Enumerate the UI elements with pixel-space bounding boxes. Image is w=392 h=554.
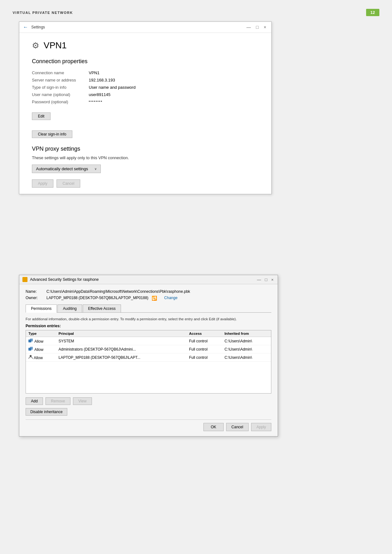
row-type-text: Allow: [33, 347, 43, 352]
svg-rect-1: [30, 339, 33, 341]
proxy-dropdown[interactable]: Automatically detect settings ∨: [32, 165, 101, 173]
connection-name-label: Connection name: [32, 70, 89, 76]
row-inherited-from: C:\Users\Admin\: [222, 353, 271, 362]
connection-name-value: VPN1: [89, 70, 259, 76]
server-value: 192.168.3.193: [89, 77, 259, 83]
tab-permissions[interactable]: Permissions: [26, 304, 57, 313]
security-window-controls: — □ ×: [256, 277, 274, 282]
disable-inheritance-button[interactable]: Disable inheritance: [26, 408, 67, 416]
username-label: User name (optional): [32, 92, 89, 98]
server-label: Server name or address: [32, 77, 89, 83]
settings-title-label: Settings: [31, 25, 45, 29]
security-content: Name: C:\Users\Admin\AppData\Roaming\Mic…: [19, 284, 278, 436]
change-icon: 🔁: [152, 296, 157, 301]
permission-table: Type Principal Access Inherited from All…: [26, 330, 271, 362]
svg-rect-3: [30, 347, 33, 350]
col-access: Access: [186, 330, 222, 337]
owner-label: Owner:: [26, 296, 43, 300]
cancel-button-faded[interactable]: Cancel: [57, 179, 80, 188]
name-label: Name:: [26, 289, 43, 294]
proxy-description: These settings will apply only to this V…: [32, 155, 259, 160]
gear-icon: ⚙: [32, 41, 39, 51]
owner-value: LAPTOP_MP0188 (DESKTOP-567QB6J\LAPTOP_MP…: [46, 296, 148, 300]
col-type: Type: [26, 330, 56, 337]
settings-window: ← Settings — □ × ⚙ VPN1 Connection prope…: [19, 21, 272, 194]
sec-minimize-button[interactable]: —: [256, 277, 262, 282]
row-principal: SYSTEM: [56, 337, 186, 345]
password-label: Password (optional): [32, 99, 89, 105]
col-inherited-from: Inherited from: [222, 330, 271, 337]
svg-point-4: [30, 355, 32, 357]
view-button[interactable]: View: [73, 397, 92, 405]
tab-auditing[interactable]: Auditing: [57, 304, 82, 312]
security-window-title: Advanced Security Settings for rasphone: [30, 277, 99, 282]
perm-spacer: [26, 362, 271, 393]
username-value: user891145: [89, 92, 259, 98]
settings-content: ⚙ VPN1 Connection properties Connection …: [19, 33, 271, 194]
table-row[interactable]: AllowLAPTOP_MP0188 (DESKTOP-567QB6J\LAPT…: [26, 353, 271, 362]
security-window: Advanced Security Settings for rasphone …: [19, 275, 278, 437]
row-type: Allow: [26, 353, 56, 362]
apply-button-faded[interactable]: Apply: [32, 179, 53, 188]
row-type-text: Allow: [33, 339, 43, 344]
add-button[interactable]: Add: [26, 397, 43, 405]
ok-button[interactable]: OK: [203, 423, 223, 431]
security-titlebar: Advanced Security Settings for rasphone …: [19, 275, 278, 284]
minimize-button[interactable]: —: [245, 25, 252, 30]
tabs-row: Permissions Auditing Effective Access: [26, 304, 271, 313]
row-access: Full control: [186, 353, 222, 362]
row-inherited-from: C:\Users\Admin\: [222, 345, 271, 353]
bottom-action-row: Add Remove View: [26, 397, 271, 405]
settings-window-controls: — □ ×: [245, 25, 268, 30]
clear-sign-in-button[interactable]: Clear sign-in info: [32, 130, 72, 138]
bottom-buttons: Apply Cancel: [32, 179, 259, 188]
signin-type-value: User name and password: [89, 84, 259, 90]
connection-properties-table: Connection name VPN1 Server name or addr…: [32, 70, 259, 105]
table-row[interactable]: AllowSYSTEMFull controlC:\Users\Admin\: [26, 337, 271, 345]
vpn-name: VPN1: [44, 40, 67, 51]
name-value: C:\Users\Admin\AppData\Roaming\Microsoft…: [46, 289, 190, 294]
page-header: VIRTUAL PRIVATE NETWORK 12: [0, 0, 392, 21]
sec-apply-button[interactable]: Apply: [251, 423, 271, 431]
tab-effective-access[interactable]: Effective Access: [83, 304, 121, 312]
row-access: Full control: [186, 337, 222, 345]
page-title: VIRTUAL PRIVATE NETWORK: [13, 11, 73, 15]
row-access: Full control: [186, 345, 222, 353]
user-group-icon: [28, 347, 33, 352]
row-type: Allow: [26, 337, 56, 345]
row-type-text: Allow: [33, 356, 43, 360]
user-icon: [28, 356, 33, 360]
security-window-icon: [22, 277, 27, 282]
permission-entries-label: Permission entries:: [26, 324, 271, 328]
page-number: 12: [366, 9, 379, 16]
name-row: Name: C:\Users\Admin\AppData\Roaming\Mic…: [26, 289, 271, 294]
permission-table-container: Type Principal Access Inherited from All…: [26, 330, 271, 394]
row-principal: Administrators (DESKTOP-567QB6J\Admini..…: [56, 345, 186, 353]
close-button[interactable]: ×: [262, 25, 268, 30]
table-row[interactable]: AllowAdministrators (DESKTOP-567QB6J\Adm…: [26, 345, 271, 353]
change-link[interactable]: Change: [164, 296, 178, 300]
remove-button[interactable]: Remove: [45, 397, 70, 405]
vpn-header: ⚙ VPN1: [32, 40, 259, 51]
sec-maximize-button[interactable]: □: [264, 277, 268, 282]
proxy-dropdown-label: Automatically detect settings: [36, 166, 88, 171]
row-type: Allow: [26, 345, 56, 353]
row-principal: LAPTOP_MP0188 (DESKTOP-567QB6J\LAPT...: [56, 353, 186, 362]
settings-titlebar-left: ← Settings: [23, 24, 45, 30]
settings-titlebar: ← Settings — □ ×: [19, 22, 271, 33]
col-principal: Principal: [56, 330, 186, 337]
security-footer: OK Cancel Apply: [26, 419, 271, 431]
chevron-down-icon: ∨: [94, 167, 97, 171]
sec-close-button[interactable]: ×: [270, 277, 274, 282]
row-inherited-from: C:\Users\Admin\: [222, 337, 271, 345]
back-button[interactable]: ←: [23, 24, 28, 30]
maximize-button[interactable]: □: [255, 25, 260, 30]
sec-cancel-button[interactable]: Cancel: [226, 423, 249, 431]
proxy-section-title: VPN proxy settings: [32, 146, 259, 152]
owner-row: Owner: LAPTOP_MP0188 (DESKTOP-567QB6J\LA…: [26, 296, 271, 301]
info-note: For additional information, double-click…: [26, 316, 271, 322]
password-value: ••••••••: [89, 99, 259, 105]
security-titlebar-left: Advanced Security Settings for rasphone: [22, 277, 99, 282]
user-group-icon: [28, 339, 33, 344]
edit-button[interactable]: Edit: [32, 112, 51, 120]
